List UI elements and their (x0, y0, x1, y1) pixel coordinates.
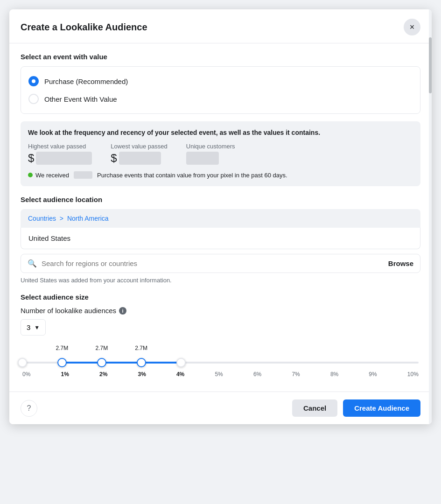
cancel-button[interactable]: Cancel (292, 399, 337, 417)
location-note: United States was added from your accoun… (21, 277, 420, 284)
pct-3: 3% (138, 371, 146, 378)
received-prefix: We received (35, 172, 69, 179)
stat-highest-label: Highest value passed (28, 143, 92, 150)
received-count-placeholder (74, 171, 92, 179)
breadcrumb-countries[interactable]: Countries (28, 215, 56, 222)
location-section: Select audience location Countries > Nor… (21, 196, 420, 284)
slider-percentages: 0% 1% 2% 3% 4% 5% 6% 7% 8% 9% 10% (22, 371, 419, 378)
info-box: We look at the frequency and recency of … (21, 121, 420, 186)
pct-4: 4% (176, 371, 184, 378)
location-section-title: Select audience location (21, 196, 420, 203)
create-lookalike-modal: Create a Lookalike Audience × Select an … (9, 9, 432, 424)
breadcrumb-separator: > (60, 215, 63, 222)
pct-7: 7% (292, 371, 300, 378)
pct-2: 2% (99, 371, 107, 378)
search-input[interactable] (42, 259, 388, 267)
dropdown-arrow-icon: ▼ (34, 324, 40, 331)
close-button[interactable]: × (404, 19, 420, 35)
received-row: We received Purchase events that contain… (28, 171, 413, 179)
stat-lowest: Lowest value passed $ (111, 143, 167, 165)
stat-lowest-placeholder (119, 152, 161, 165)
slider-container: 2.7M 2.7M 2.7M (21, 345, 420, 378)
slider-fill (62, 362, 181, 364)
radio-other[interactable]: Other Event With Value (28, 90, 413, 108)
stat-highest-placeholder (36, 152, 92, 165)
radio-circle-other (28, 94, 39, 104)
scrollbar-thumb[interactable] (429, 37, 432, 93)
search-icon: 🔍 (28, 259, 37, 268)
stat-unique-value (186, 152, 235, 165)
info-icon[interactable]: i (119, 307, 126, 315)
location-search-bar: 🔍 Browse (21, 254, 420, 273)
modal-header: Create a Lookalike Audience × (9, 9, 432, 43)
browse-button[interactable]: Browse (388, 259, 413, 267)
stat-unique: Unique customers (186, 143, 235, 165)
selected-number: 3 (27, 323, 30, 331)
scrollbar-track (429, 9, 432, 424)
stats-row: Highest value passed $ Lowest value pass… (28, 143, 413, 165)
slider-thumb-0[interactable] (18, 358, 27, 367)
event-radio-group: Purchase (Recommended) Other Event With … (21, 66, 420, 114)
stat-unique-label: Unique customers (186, 143, 235, 150)
stat-highest: Highest value passed $ (28, 143, 92, 165)
info-box-text: We look at the frequency and recency of … (28, 129, 413, 136)
help-button[interactable]: ? (21, 400, 37, 417)
radio-label-other: Other Event With Value (44, 95, 117, 103)
audience-size-section: Select audience size Number of lookalike… (21, 293, 420, 378)
help-icon: ? (27, 404, 31, 413)
green-dot-icon (28, 173, 33, 177)
location-breadcrumb: Countries > North America (21, 209, 420, 228)
stat-lowest-value: $ (111, 152, 167, 165)
pct-1: 1% (61, 371, 69, 378)
stat-unique-placeholder (186, 152, 219, 165)
modal-title: Create a Lookalike Audience (21, 22, 147, 33)
lookalike-label-text: Number of lookalike audiences (21, 307, 116, 315)
radio-label-purchase: Purchase (Recommended) (44, 77, 128, 85)
slider-thumb-4[interactable] (176, 358, 186, 367)
slider-thumb-1[interactable] (57, 358, 67, 367)
slider-top-label-2: 2.7M (95, 345, 108, 351)
radio-circle-purchase (28, 76, 39, 86)
currency-symbol-1: $ (28, 152, 34, 165)
radio-purchase[interactable]: Purchase (Recommended) (28, 72, 413, 90)
slider-top-label-3: 2.7M (135, 345, 147, 351)
create-audience-button[interactable]: Create Audience (343, 399, 420, 417)
location-selected-country: United States (21, 228, 420, 249)
modal-body: Select an event with value Purchase (Rec… (9, 43, 432, 392)
slider-track (22, 362, 419, 364)
pct-8: 8% (330, 371, 338, 378)
pct-5: 5% (215, 371, 223, 378)
pct-10: 10% (407, 371, 419, 378)
modal-footer: ? Cancel Create Audience (9, 392, 432, 424)
lookalike-label: Number of lookalike audiences i (21, 307, 420, 315)
stat-highest-value: $ (28, 152, 92, 165)
slider-top-label-1: 2.7M (56, 345, 69, 351)
slider-thumb-2[interactable] (97, 358, 106, 367)
pct-9: 9% (369, 371, 377, 378)
pct-0: 0% (22, 371, 30, 378)
currency-symbol-2: $ (111, 152, 117, 165)
slider-labels-top: 2.7M 2.7M 2.7M (22, 345, 419, 356)
slider-track-wrapper (22, 358, 419, 367)
breadcrumb-north-america[interactable]: North America (67, 215, 109, 222)
slider-thumb-3[interactable] (137, 358, 146, 367)
event-section-title: Select an event with value (21, 53, 420, 61)
audience-size-title: Select audience size (21, 293, 420, 301)
number-select[interactable]: 3 ▼ (21, 319, 46, 336)
pct-6: 6% (253, 371, 261, 378)
stat-lowest-label: Lowest value passed (111, 143, 167, 150)
received-suffix: Purchase events that contain value from … (97, 172, 287, 179)
